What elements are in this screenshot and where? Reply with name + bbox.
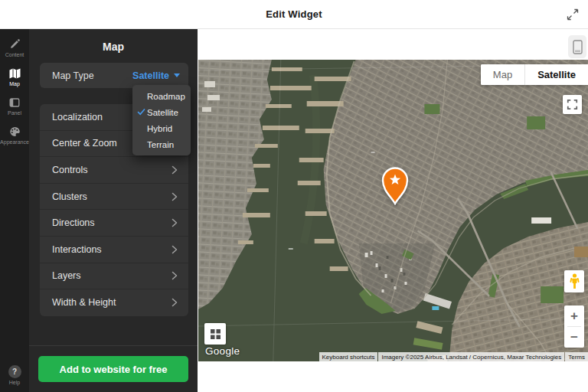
panel-icon bbox=[8, 96, 21, 109]
palette-icon bbox=[8, 126, 21, 138]
page-title: Edit Widget bbox=[266, 8, 322, 20]
map-type-dropdown: Roadmap Satellite Hybrid Terrain bbox=[132, 85, 191, 155]
expand-icon bbox=[566, 8, 580, 21]
add-to-website-button[interactable]: Add to website for free bbox=[38, 356, 188, 382]
map-type-toggle: Map Satellite bbox=[481, 64, 588, 85]
google-logo[interactable]: Google bbox=[205, 345, 240, 357]
chevron-right-icon bbox=[172, 165, 178, 175]
tile-layer-button[interactable] bbox=[204, 323, 226, 345]
help-button[interactable]: ? Help bbox=[8, 365, 21, 386]
settings-panel: Map Map Type Satellite Localization Cent… bbox=[29, 29, 198, 392]
chevron-right-icon bbox=[172, 192, 178, 201]
sidebar-item-panel[interactable]: Panel bbox=[0, 92, 29, 121]
chevron-right-icon bbox=[172, 298, 178, 307]
panel-footer: Add to website for free bbox=[29, 345, 198, 392]
map-type-value: Satellite bbox=[132, 70, 169, 81]
pegman-button[interactable] bbox=[564, 270, 584, 292]
map-type-select[interactable]: Satellite bbox=[132, 70, 180, 81]
google-map-canvas[interactable]: Map Satellite + bbox=[198, 60, 588, 361]
sidebar-item-map[interactable]: Map bbox=[0, 63, 29, 92]
widget-preview: Map Satellite + bbox=[198, 29, 588, 392]
grid-icon bbox=[211, 329, 220, 339]
dropdown-option-satellite[interactable]: Satellite bbox=[132, 104, 191, 120]
sidebar-item-label: Map bbox=[9, 81, 20, 87]
chevron-down-icon bbox=[174, 74, 180, 77]
zoom-in-button[interactable]: + bbox=[564, 305, 584, 326]
sidebar-item-label: Panel bbox=[8, 110, 21, 116]
imagery-credit: Imagery ©2025 Airbus, Landsat / Copernic… bbox=[378, 352, 564, 361]
expand-button[interactable] bbox=[564, 5, 582, 24]
map-type-label: Map Type bbox=[52, 70, 94, 81]
help-icon: ? bbox=[8, 365, 21, 378]
sidebar-item-label: Content bbox=[5, 52, 24, 58]
chevron-right-icon bbox=[172, 245, 178, 254]
sidebar-item-appearance[interactable]: Appearance bbox=[0, 121, 29, 150]
check-icon bbox=[137, 108, 145, 116]
dropdown-option-hybrid[interactable]: Hybrid bbox=[132, 120, 191, 136]
fullscreen-icon bbox=[567, 99, 578, 110]
section-row-interactions[interactable]: Interactions bbox=[40, 237, 188, 263]
chevron-right-icon bbox=[172, 218, 178, 227]
section-row-layers[interactable]: Layers bbox=[40, 263, 188, 290]
zoom-out-button[interactable]: − bbox=[564, 327, 584, 348]
satellite-imagery bbox=[198, 60, 588, 361]
sidebar-rail: Content Map Panel Appearance ? bbox=[0, 29, 29, 392]
pencil-icon bbox=[8, 38, 21, 51]
sidebar-item-content[interactable]: Content bbox=[0, 34, 29, 63]
map-icon bbox=[8, 67, 21, 80]
panel-title: Map bbox=[29, 29, 198, 63]
terms-link[interactable]: Terms bbox=[565, 352, 588, 361]
section-row-controls[interactable]: Controls bbox=[40, 157, 188, 184]
chevron-right-icon bbox=[172, 271, 178, 280]
widget-editor: Edit Widget Content Map bbox=[0, 0, 588, 392]
zoom-control: + − bbox=[564, 305, 584, 348]
topbar: Edit Widget bbox=[0, 0, 588, 29]
keyboard-shortcuts-link[interactable]: Keyboard shortcuts bbox=[319, 352, 378, 361]
map-marker-pin[interactable] bbox=[380, 167, 410, 205]
mobile-preview-button[interactable] bbox=[568, 35, 586, 58]
pegman-icon bbox=[570, 273, 580, 289]
map-attribution: Keyboard shortcuts Imagery ©2025 Airbus,… bbox=[319, 352, 588, 361]
dropdown-option-roadmap[interactable]: Roadmap bbox=[132, 88, 191, 104]
fullscreen-button[interactable] bbox=[563, 95, 582, 114]
phone-icon bbox=[573, 40, 583, 54]
map-view-button[interactable]: Map bbox=[481, 64, 524, 85]
sidebar-item-label: Appearance bbox=[0, 139, 29, 145]
section-row-directions[interactable]: Directions bbox=[40, 210, 188, 237]
help-label: Help bbox=[9, 380, 20, 386]
satellite-view-button[interactable]: Satellite bbox=[525, 64, 588, 85]
dropdown-option-terrain[interactable]: Terrain bbox=[132, 136, 191, 152]
section-row-clusters[interactable]: Clusters bbox=[40, 184, 188, 211]
section-row-width-height[interactable]: Width & Height bbox=[40, 289, 188, 316]
